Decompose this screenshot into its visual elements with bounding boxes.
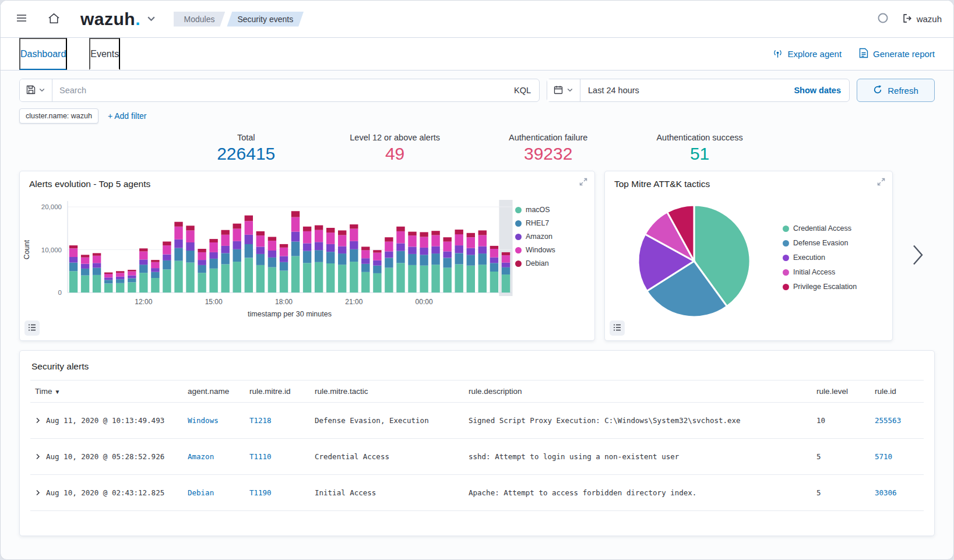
- table-row: Aug 11, 2020 @ 10:13:49.493 Windows T121…: [30, 403, 924, 439]
- filter-pill-cluster-name[interactable]: cluster.name: wazuh: [19, 108, 98, 124]
- broadcast-icon: [772, 48, 783, 61]
- pie-chart-legend: Credential Access Defense Evasion Execut…: [783, 224, 886, 291]
- cell-rule-id-link[interactable]: 30306: [875, 488, 897, 497]
- legend-item-macos[interactable]: macOS: [515, 206, 586, 214]
- legend-item-debian[interactable]: Debian: [515, 259, 586, 267]
- legend-swatch: [783, 255, 789, 261]
- bar-chart-legend: macOS RHEL7 Amazon Windows Debian: [515, 191, 586, 267]
- column-header-rule-mitre-tactic[interactable]: rule.mitre.tactic: [310, 381, 464, 403]
- cell-time: Aug 10, 2020 @ 05:28:52.926: [46, 452, 164, 461]
- cell-rule-description: Apache: Attempt to access forbidden dire…: [464, 475, 812, 511]
- report-document-icon: [859, 48, 868, 60]
- cell-mitre-tactic: Credential Access: [310, 439, 464, 475]
- explore-agent-button[interactable]: Explore agent: [772, 48, 842, 61]
- column-header-agent-name[interactable]: agent.name: [183, 381, 245, 403]
- cell-mitre-id-link[interactable]: T1218: [249, 416, 272, 425]
- legend-item-credential-access[interactable]: Credential Access: [783, 224, 886, 233]
- cell-mitre-tactic: Initial Access: [310, 475, 464, 511]
- svg-text:21:00: 21:00: [345, 298, 362, 306]
- user-menu-button[interactable]: wazuh: [903, 13, 942, 25]
- cell-rule-description: sshd: Attempt to login using a non-exist…: [464, 439, 812, 475]
- panel-security-alerts: Security alerts Time▼ agent.name rule.mi…: [19, 350, 935, 536]
- stat-total[interactable]: Total 226415: [211, 133, 281, 164]
- cell-mitre-id-link[interactable]: T1190: [249, 488, 272, 497]
- legend-item-execution[interactable]: Execution: [783, 253, 886, 262]
- legend-toggle-button[interactable]: [24, 320, 40, 336]
- legend-item-rhel7[interactable]: RHEL7: [515, 219, 586, 227]
- health-ring-button[interactable]: [874, 9, 892, 29]
- cell-mitre-id-link[interactable]: T1110: [249, 452, 272, 461]
- stat-authentication-failure[interactable]: Authentication failure 39232: [509, 133, 587, 164]
- generate-report-button[interactable]: Generate report: [859, 48, 935, 60]
- expand-icon: [579, 179, 587, 188]
- column-header-time[interactable]: Time▼: [30, 381, 183, 403]
- tab-dashboard[interactable]: Dashboard: [19, 38, 67, 70]
- column-header-rule-mitre-id[interactable]: rule.mitre.id: [245, 381, 310, 403]
- legend-swatch: [515, 207, 522, 213]
- tab-events[interactable]: Events: [89, 38, 120, 70]
- breadcrumb-security-events[interactable]: Security events: [227, 12, 304, 27]
- expand-panel-button[interactable]: [579, 178, 587, 188]
- legend-swatch: [783, 284, 789, 290]
- legend-item-privilege-escalation[interactable]: Privilege Escalation: [783, 283, 886, 291]
- legend-label: Execution: [793, 253, 825, 262]
- svg-text:10,000: 10,000: [41, 246, 62, 253]
- expand-panel-button[interactable]: [877, 178, 885, 188]
- date-range-value[interactable]: Last 24 hours: [580, 86, 786, 95]
- column-header-rule-level[interactable]: rule.level: [812, 381, 870, 403]
- next-visualizations-button[interactable]: [911, 244, 924, 269]
- refresh-button[interactable]: Refresh: [857, 79, 935, 102]
- cell-agent-name-link[interactable]: Amazon: [188, 452, 214, 461]
- legend-swatch: [783, 269, 789, 276]
- app-window: wazuh. Modules Security events wazuh: [0, 0, 954, 560]
- cell-rule-id-link[interactable]: 255563: [875, 416, 901, 425]
- search-input[interactable]: [52, 86, 506, 95]
- explore-agent-label: Explore agent: [788, 49, 842, 59]
- top-navigation-bar: wazuh. Modules Security events wazuh: [1, 1, 953, 38]
- mitre-tactics-pie-chart[interactable]: [633, 200, 755, 322]
- cell-mitre-tactic: Defense Evasion, Execution: [310, 403, 464, 439]
- legend-item-defense-evasion[interactable]: Defense Evasion: [783, 239, 886, 247]
- legend-label: Debian: [526, 259, 549, 267]
- alerts-evolution-bar-chart[interactable]: 010,00020,00012:0015:0018:0021:0000:00ti…: [20, 191, 515, 323]
- chevron-down-icon[interactable]: [146, 13, 156, 25]
- expand-row-button[interactable]: [35, 489, 41, 496]
- cell-time: Aug 10, 2020 @ 02:43:12.825: [46, 488, 164, 497]
- column-header-rule-description[interactable]: rule.description: [464, 381, 812, 403]
- expand-icon: [877, 179, 885, 188]
- legend-item-windows[interactable]: Windows: [515, 246, 586, 254]
- save-icon: [26, 85, 36, 96]
- panel-title: Alerts evolution - Top 5 agents: [20, 171, 594, 191]
- expand-row-button[interactable]: [35, 453, 41, 460]
- legend-item-initial-access[interactable]: Initial Access: [783, 268, 886, 276]
- panel-title: Top Mitre ATT&K tactics: [605, 171, 892, 191]
- legend-toggle-button[interactable]: [610, 320, 625, 336]
- cell-agent-name-link[interactable]: Windows: [188, 416, 219, 425]
- kql-toggle-button[interactable]: KQL: [506, 86, 539, 95]
- legend-label: Defense Evasion: [793, 239, 849, 247]
- column-header-rule-id[interactable]: rule.id: [870, 381, 924, 403]
- stat-label: Authentication success: [656, 133, 742, 142]
- add-filter-button[interactable]: + Add filter: [108, 111, 147, 121]
- svg-text:0: 0: [58, 289, 62, 296]
- wazuh-logo[interactable]: wazuh.: [80, 9, 156, 29]
- legend-label: Privilege Escalation: [793, 283, 857, 291]
- legend-item-amazon[interactable]: Amazon: [515, 233, 586, 241]
- filter-bar: cluster.name: wazuh + Add filter: [19, 108, 935, 124]
- cell-agent-name-link[interactable]: Debian: [188, 488, 214, 497]
- show-dates-button[interactable]: Show dates: [786, 86, 849, 95]
- menu-button[interactable]: [12, 9, 31, 29]
- tab-bar: Dashboard Events Explore agent Generate …: [1, 38, 953, 71]
- saved-queries-button[interactable]: [20, 79, 52, 101]
- expand-row-button[interactable]: [35, 417, 41, 424]
- stat-authentication-success[interactable]: Authentication success 51: [656, 133, 742, 164]
- stat-level-12-alerts[interactable]: Level 12 or above alerts 49: [350, 133, 440, 164]
- chevron-right-icon: [911, 260, 924, 269]
- home-button[interactable]: [44, 8, 64, 30]
- date-picker-group: Last 24 hours Show dates: [547, 79, 850, 102]
- cell-rule-level: 10: [812, 403, 870, 439]
- cell-rule-id-link[interactable]: 5710: [875, 452, 892, 461]
- breadcrumb-modules[interactable]: Modules: [174, 12, 226, 27]
- calendar-button[interactable]: [547, 79, 580, 101]
- visualizations-row: Alerts evolution - Top 5 agents 010,0002…: [19, 171, 935, 341]
